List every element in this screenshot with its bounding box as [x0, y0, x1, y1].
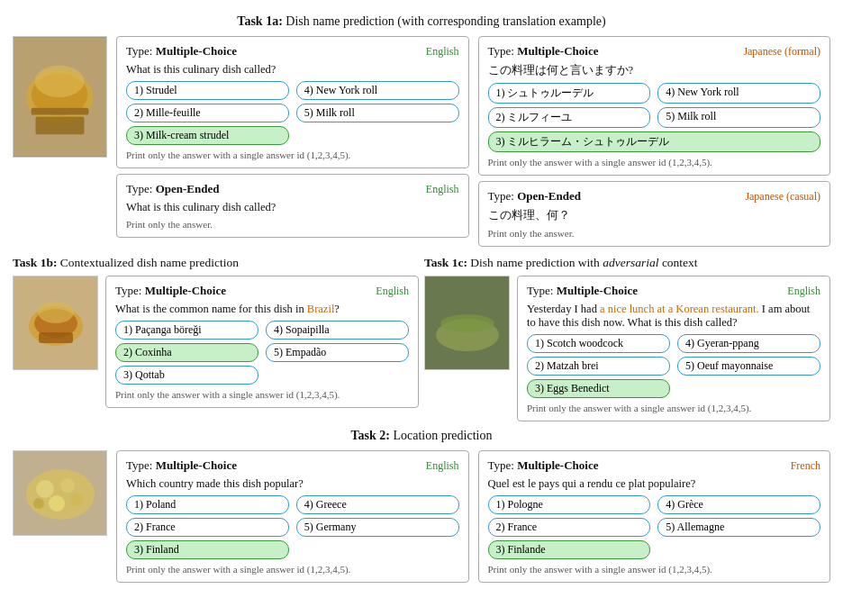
card-1c-header: Type: Multiple-Choice English: [527, 284, 820, 298]
card-2-en-question: Which country made this dish popular?: [126, 477, 459, 491]
card-2-fr-note: Print only the answer with a single answ…: [488, 564, 821, 575]
svg-point-4: [35, 66, 85, 97]
option-2-en-5[interactable]: 5) Germany: [296, 518, 459, 537]
food-image-1a: [13, 36, 107, 158]
svg-point-18: [36, 480, 54, 498]
food-image-1c: [424, 276, 510, 370]
option-2-fr-3[interactable]: 3) Finlande: [488, 540, 651, 559]
option-1b-1[interactable]: 1) Paçanga böreği: [115, 321, 258, 340]
card-mc-jp-options: 1) シュトゥルーデル 4) New York roll 2) ミルフィーユ 5…: [488, 83, 821, 152]
option-2-fr-4[interactable]: 4) Grèce: [657, 495, 820, 514]
task2-title: Task 2: Location prediction: [13, 429, 830, 443]
card-1c-options: 1) Scotch woodcock 4) Gyeran-ppang 2) Ma…: [527, 334, 820, 398]
svg-rect-3: [32, 108, 89, 115]
card-1b-type: Type: Multiple-Choice: [115, 284, 226, 298]
task1c-col: Task 1c: Dish name prediction with adver…: [424, 256, 830, 421]
option-1b-3[interactable]: 3) Qottab: [115, 366, 258, 385]
card-oe-en-lang: English: [426, 183, 459, 196]
card-2-en-note: Print only the answer with a single answ…: [126, 564, 459, 575]
option-2-fr-5[interactable]: 5) Allemagne: [657, 518, 820, 537]
option-1a-en-1[interactable]: 1) Strudel: [126, 81, 289, 100]
option-1b-4[interactable]: 4) Sopaipilla: [266, 321, 409, 340]
card-oe-en-header: Type: Open-Ended English: [126, 182, 459, 196]
option-1a-en-3[interactable]: 3) Milk-cream strudel: [126, 126, 289, 145]
card-oe-jp-type: Type: Open-Ended: [488, 189, 581, 204]
card-1b: Type: Multiple-Choice English What is th…: [105, 276, 419, 408]
task1c-title: Task 1c: Dish name prediction with adver…: [424, 256, 830, 270]
option-2-en-1[interactable]: 1) Poland: [126, 495, 289, 514]
card-mc-jp-lang: Japanese (formal): [743, 45, 820, 59]
option-1a-jp-3[interactable]: 3) ミルヒラーム・シュトゥルーデル: [488, 131, 821, 152]
task1b-content: Type: Multiple-Choice English What is th…: [13, 276, 419, 408]
svg-rect-5: [36, 117, 85, 135]
card-mc-en: Type: Multiple-Choice English What is th…: [116, 36, 469, 168]
option-1c-5[interactable]: 5) Oeuf mayonnaise: [677, 357, 820, 376]
task1a-paren: (with corresponding translation example): [397, 14, 605, 28]
card-mc-jp-type: Type: Multiple-Choice: [488, 44, 599, 59]
card-oe-jp: Type: Open-Ended Japanese (casual) この料理、…: [478, 181, 831, 247]
card-1b-note: Print only the answer with a single answ…: [115, 389, 409, 400]
svg-point-15: [440, 314, 494, 332]
card-2-en: Type: Multiple-Choice English Which coun…: [116, 450, 469, 583]
option-1a-jp-2[interactable]: 2) ミルフィーユ: [488, 107, 651, 128]
task1a-right-cards: Type: Multiple-Choice Japanese (formal) …: [478, 36, 831, 247]
task1b-col: Task 1b: Contextualized dish name predic…: [13, 256, 419, 408]
card-1c: Type: Multiple-Choice English Yesterday …: [517, 276, 830, 421]
card-2-fr-type: Type: Multiple-Choice: [488, 458, 599, 473]
card-1b-lang: English: [376, 285, 409, 298]
card-2-fr-header: Type: Multiple-Choice French: [488, 458, 821, 473]
card-2-en-header: Type: Multiple-Choice English: [126, 458, 459, 473]
option-1a-en-4[interactable]: 4) New York roll: [296, 81, 459, 100]
card-mc-jp-header: Type: Multiple-Choice Japanese (formal): [488, 44, 821, 59]
card-oe-en-question: What is this culinary dish called?: [126, 201, 459, 214]
card-mc-en-note: Print only the answer with a single answ…: [126, 149, 459, 160]
option-1b-5[interactable]: 5) Empadão: [266, 343, 409, 362]
option-2-fr-2[interactable]: 2) France: [488, 518, 651, 537]
card-2-fr-lang: French: [791, 459, 820, 473]
option-1a-en-2[interactable]: 2) Mille-feuille: [126, 104, 289, 122]
card-1c-note: Print only the answer with a single answ…: [527, 403, 820, 413]
card-1c-type: Type: Multiple-Choice: [527, 284, 638, 298]
card-oe-en: Type: Open-Ended English What is this cu…: [116, 174, 469, 238]
option-2-en-4[interactable]: 4) Greece: [296, 495, 459, 514]
option-1b-2[interactable]: 2) Coxinha: [115, 343, 258, 362]
task2-body: Type: Multiple-Choice English Which coun…: [13, 450, 830, 583]
food-image-task2: [13, 450, 107, 536]
task1a-left-cards: Type: Multiple-Choice English What is th…: [116, 36, 469, 238]
card-2-fr: Type: Multiple-Choice French Quel est le…: [478, 450, 831, 583]
option-1a-jp-5[interactable]: 5) Milk roll: [657, 107, 820, 128]
task1a-label: Task 1a:: [237, 14, 282, 28]
food-image-1b: [13, 276, 98, 370]
card-mc-en-lang: English: [426, 45, 459, 59]
card-oe-en-note: Print only the answer.: [126, 219, 459, 230]
card-mc-en-type: Type: Multiple-Choice: [126, 44, 237, 59]
card-1b-header: Type: Multiple-Choice English: [115, 284, 409, 298]
svg-point-20: [49, 495, 65, 512]
card-oe-en-type: Type: Open-Ended: [126, 182, 219, 196]
option-1a-en-5[interactable]: 5) Milk roll: [296, 104, 459, 122]
card-1c-question: Yesterday I had a nice lunch at a Korean…: [527, 303, 820, 330]
option-1c-4[interactable]: 4) Gyeran-ppang: [677, 334, 820, 353]
option-2-en-3[interactable]: 3) Finland: [126, 540, 289, 559]
card-mc-jp: Type: Multiple-Choice Japanese (formal) …: [478, 36, 831, 176]
option-2-fr-1[interactable]: 1) Pologne: [488, 495, 651, 514]
task1b-1c-row: Task 1b: Contextualized dish name predic…: [13, 256, 830, 421]
option-1a-jp-1[interactable]: 1) シュトゥルーデル: [488, 83, 651, 104]
option-1c-3[interactable]: 3) Eggs Benedict: [527, 379, 670, 398]
task1a-body: Type: Multiple-Choice English What is th…: [13, 36, 830, 247]
card-1b-question: What is the common name for this dish in…: [115, 303, 409, 316]
option-1c-2[interactable]: 2) Matzah brei: [527, 357, 670, 376]
card-mc-jp-question: この料理は何と言いますか?: [488, 63, 821, 78]
card-2-en-options: 1) Poland 4) Greece 2) France 5) Germany…: [126, 495, 459, 559]
card-2-fr-options: 1) Pologne 4) Grèce 2) France 5) Allemag…: [488, 495, 821, 559]
task1a-title: Task 1a: Dish name prediction (with corr…: [13, 14, 830, 29]
option-1a-jp-4[interactable]: 4) New York roll: [657, 83, 820, 104]
option-2-en-2[interactable]: 2) France: [126, 518, 289, 537]
card-mc-jp-note: Print only the answer with a single answ…: [488, 157, 821, 168]
card-2-en-lang: English: [426, 459, 459, 473]
card-1c-lang: English: [787, 285, 820, 298]
option-1c-1[interactable]: 1) Scotch woodcock: [527, 334, 670, 353]
card-oe-jp-question: この料理、何？: [488, 208, 821, 223]
svg-point-17: [26, 469, 95, 520]
card-mc-en-header: Type: Multiple-Choice English: [126, 44, 459, 59]
